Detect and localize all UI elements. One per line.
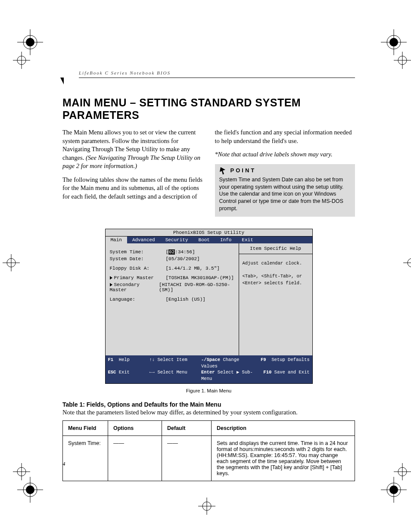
bios-menubar: Main Advanced Security Boot Info Exit: [106, 236, 312, 243]
bios-key: F9: [261, 357, 266, 362]
bios-footer: F1 Help ↑↓ Select Item -/Space Change Va…: [106, 355, 312, 383]
table-header: Options: [108, 420, 162, 436]
bios-field-label: System Time:: [110, 249, 166, 255]
bios-help-line: Adjust calendar clock.: [243, 260, 309, 267]
table-row: System Time: —— —— Sets and displays the…: [63, 436, 355, 481]
bios-primary-label: Primary Master: [114, 275, 154, 280]
bios-body: System Time: [02:34:56] System Date: [05…: [106, 243, 312, 355]
bios-field-value: [HITACHI DVD-ROM-GD-S250-(SM)]: [159, 282, 234, 292]
bios-key: F1: [108, 357, 114, 362]
bios-field-label[interactable]: Primary Master: [110, 275, 166, 280]
bios-field-value[interactable]: [05/30/2002]: [166, 256, 200, 261]
body-note: *Note that actual drive labels shown may…: [215, 150, 355, 159]
bios-field-label[interactable]: Secondary Master: [110, 282, 159, 292]
crosshair-icon: [9, 459, 34, 485]
crosshair-icon: [399, 250, 411, 276]
bios-field-value[interactable]: [English (US)]: [166, 297, 206, 302]
crosshair-icon: [389, 459, 411, 485]
bios-key-label: ←→ Select Menu: [149, 369, 199, 382]
table-header: Default: [162, 420, 212, 436]
bios-menu-main[interactable]: Main: [106, 236, 127, 243]
bios-key: F10: [263, 370, 271, 375]
bios-key-label: Exit: [119, 370, 130, 375]
bios-menu-security[interactable]: Security: [160, 236, 193, 243]
bios-key: Enter: [201, 370, 215, 375]
bios-menu-info[interactable]: Info: [215, 236, 237, 243]
page-title: MAIN MENU – SETTING STANDARD SYSTEM PARA…: [62, 96, 355, 121]
point-icon: [219, 167, 227, 174]
bios-help-line: <Tab>, <Shift-Tab>, or <Enter> selects f…: [243, 273, 309, 287]
bios-menu-exit[interactable]: Exit: [237, 236, 258, 243]
table-cell: ——: [108, 436, 162, 481]
column-left: The Main Menu allows you to set or view …: [62, 128, 203, 217]
table-cell: Sets and displays the current time. Time…: [212, 436, 355, 481]
table-cell: ——: [162, 436, 212, 481]
bios-help-body: Adjust calendar clock. <Tab>, <Shift-Tab…: [239, 254, 312, 292]
bios-screenshot: PhoenixBIOS Setup Utility Main Advanced …: [105, 229, 313, 384]
point-heading: POINT: [219, 167, 351, 174]
bios-field-label: Floppy Disk A:: [110, 266, 166, 271]
bios-secondary-label: Secondary Master: [110, 282, 140, 292]
bios-title: PhoenixBIOS Setup Utility: [106, 229, 312, 236]
bios-field-label: Language:: [110, 297, 166, 302]
page: LifeBook C Series Notebook BIOS MAIN MEN…: [0, 0, 411, 532]
bios-key-label: Help: [119, 357, 130, 362]
page-number: 4: [62, 460, 65, 467]
table-header-row: Menu Field Options Default Description: [63, 420, 355, 436]
bios-field-value[interactable]: [02:34:56]: [166, 249, 195, 255]
header-notch-icon: [60, 78, 64, 84]
crosshair-icon: [389, 47, 411, 73]
bios-key-label: Setup Defaults: [271, 357, 309, 362]
options-table: Menu Field Options Default Description S…: [62, 420, 355, 481]
point-callout: POINT System Time and System Date can al…: [215, 164, 355, 217]
body-text: the field's function and any special inf…: [215, 128, 355, 145]
table-cell: System Time:: [63, 436, 108, 481]
point-heading-text: POINT: [230, 167, 256, 174]
bios-time-rest: :34:56]: [175, 249, 195, 255]
bios-key-label: Save and Exit: [274, 370, 310, 375]
triangle-right-icon: [110, 283, 112, 286]
crosshair-icon: [0, 250, 24, 276]
content-area: MAIN MENU – SETTING STANDARD SYSTEM PARA…: [62, 90, 355, 481]
crosshair-icon: [9, 47, 34, 73]
bios-help-pane: Item Specific Help Adjust calendar clock…: [239, 243, 312, 355]
table-title: Table 1: Fields, Options and Defaults fo…: [62, 401, 355, 408]
bios-field-label: System Date:: [110, 256, 166, 261]
bios-key: ESC: [108, 370, 116, 375]
triangle-right-icon: [110, 276, 112, 280]
bios-help-heading: Item Specific Help: [239, 243, 312, 254]
body-text: The following tables show the names of t…: [62, 176, 203, 201]
running-head: LifeBook C Series Notebook BIOS: [79, 70, 171, 75]
point-body: System Time and System Date can also be …: [219, 176, 351, 212]
column-right: the field's function and any special inf…: [215, 128, 355, 217]
bios-menu-advanced[interactable]: Advanced: [127, 236, 160, 243]
bios-fields: System Time: [02:34:56] System Date: [05…: [106, 243, 239, 355]
bios-field-value: [TOSHIBA MK3018GAP-(PM)]: [166, 275, 234, 280]
crosshair-icon: [194, 493, 220, 519]
table-header: Description: [212, 420, 355, 436]
bios-key-label: ↑↓ Select Item: [149, 357, 199, 369]
bios-menu-boot[interactable]: Boot: [193, 236, 215, 243]
bios-time-hh-selected[interactable]: 02: [168, 249, 175, 255]
figure-caption: Figure 1. Main Menu: [62, 388, 355, 393]
body-columns: The Main Menu allows you to set or view …: [62, 128, 355, 217]
bios-field-value[interactable]: [1.44/1.2 MB, 3.5"]: [166, 266, 220, 271]
header-rule: [79, 78, 355, 78]
table-header: Menu Field: [63, 420, 108, 436]
bios-key: -/Space: [201, 357, 220, 362]
table-note: Note that the parameters listed below ma…: [62, 409, 355, 416]
